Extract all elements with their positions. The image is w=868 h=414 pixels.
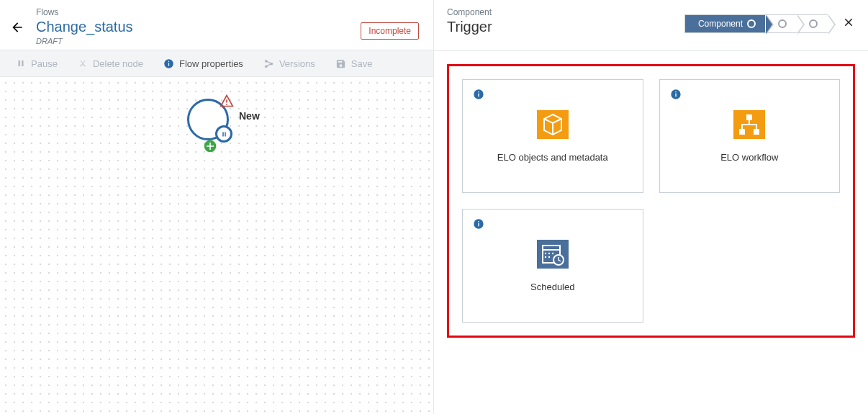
workflow-icon [733, 110, 765, 139]
svg-point-26 [545, 252, 546, 253]
stepper: Component [684, 14, 828, 33]
arrow-left-icon [10, 20, 24, 35]
status-badge: Incomplete [361, 22, 419, 40]
save-button[interactable]: Save [325, 50, 383, 76]
card-label: ELO workflow [720, 152, 778, 163]
node-circle [187, 99, 229, 140]
warning-icon [220, 94, 234, 110]
svg-rect-11 [478, 91, 479, 92]
card-elo-workflow[interactable]: ELO workflow [659, 79, 841, 193]
flow-panel: Flows Change_status DRAFT Incomplete Pau… [0, 0, 434, 414]
svg-rect-14 [675, 94, 676, 97]
flow-header-text: Flows Change_status DRAFT [36, 7, 361, 45]
flow-node-new[interactable]: New [187, 99, 229, 140]
toolbar-label: Save [351, 58, 373, 69]
svg-rect-18 [739, 129, 745, 135]
svg-rect-15 [675, 91, 676, 92]
delete-node-button[interactable]: Delete node [68, 50, 153, 76]
svg-point-30 [548, 256, 550, 257]
card-label: Scheduled [530, 282, 574, 292]
card-info-button[interactable] [473, 89, 484, 102]
component-selection-grid: ELO objects and metadata ELO workflow [447, 64, 855, 338]
card-info-button[interactable] [473, 218, 484, 232]
component-header: Component Trigger Component [434, 0, 868, 50]
flow-title: Change_status [36, 19, 361, 35]
info-icon [473, 218, 484, 230]
info-icon [670, 89, 682, 100]
svg-point-28 [552, 252, 553, 253]
flow-properties-button[interactable]: Flow properties [153, 50, 253, 76]
svg-rect-6 [226, 99, 227, 102]
svg-rect-21 [478, 223, 479, 227]
toolbar-label: Delete node [93, 58, 143, 69]
calendar-clock-icon [537, 240, 569, 269]
flow-header: Flows Change_status DRAFT Incomplete [0, 0, 433, 50]
card-info-button[interactable] [670, 89, 682, 102]
toolbar-label: Flow properties [179, 58, 243, 69]
save-icon [335, 58, 346, 69]
svg-rect-22 [478, 221, 479, 222]
step-circle-icon [778, 19, 787, 28]
component-panel: Component Trigger Component [434, 0, 868, 414]
info-icon [473, 89, 484, 100]
step-label: Component [698, 19, 743, 29]
card-label: ELO objects and metadata [497, 152, 608, 163]
svg-rect-19 [754, 129, 759, 135]
card-scheduled[interactable]: Scheduled [462, 209, 643, 323]
toolbar-label: Pause [31, 58, 58, 69]
flow-eyebrow: Flows [36, 7, 361, 17]
component-title: Trigger [447, 19, 684, 35]
close-icon [842, 16, 855, 29]
flow-subtitle: DRAFT [36, 37, 361, 45]
node-pause-badge [215, 125, 232, 143]
svg-point-29 [545, 256, 546, 257]
close-panel-button[interactable] [842, 16, 855, 31]
flow-canvas[interactable]: New [0, 77, 433, 414]
close-icon [78, 58, 88, 68]
svg-rect-1 [168, 63, 169, 66]
node-label: New [239, 110, 260, 122]
add-node-button[interactable] [203, 139, 217, 156]
toolbar-label: Versions [279, 58, 315, 69]
versions-button[interactable]: Versions [253, 50, 325, 76]
component-header-text: Component Trigger [447, 7, 684, 35]
pause-button[interactable]: Pause [6, 50, 68, 76]
info-icon [163, 58, 174, 69]
app-root: Flows Change_status DRAFT Incomplete Pau… [0, 0, 868, 414]
svg-rect-17 [746, 114, 752, 120]
back-button[interactable] [10, 20, 24, 37]
card-elo-objects[interactable]: ELO objects and metadata [462, 79, 643, 193]
step-component[interactable]: Component [685, 15, 766, 32]
versions-icon [263, 58, 274, 69]
cube-icon [537, 110, 569, 139]
pause-icon [16, 58, 26, 68]
svg-rect-7 [226, 104, 227, 105]
svg-point-27 [548, 252, 550, 253]
svg-rect-10 [478, 94, 479, 97]
step-wrap: Component [684, 14, 828, 33]
step-circle-icon [809, 19, 818, 28]
component-body: ELO objects and metadata ELO workflow [434, 50, 868, 414]
svg-rect-2 [168, 60, 169, 61]
step-circle-icon [747, 19, 756, 28]
component-eyebrow: Component [447, 7, 684, 17]
toolbar: Pause Delete node Flow properties Versio… [0, 50, 433, 77]
